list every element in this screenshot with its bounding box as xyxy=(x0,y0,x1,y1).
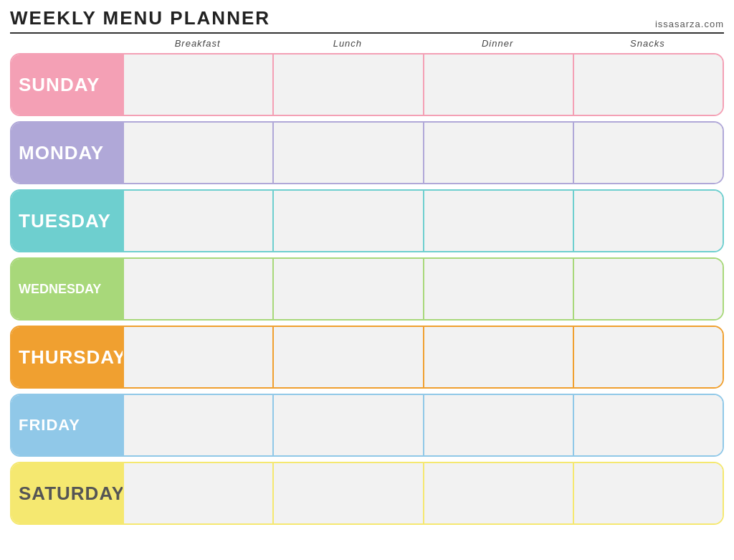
day-row-sunday: Sunday xyxy=(10,53,724,116)
day-label-thursday: Thursday xyxy=(11,327,123,387)
monday-dinner[interactable] xyxy=(423,123,573,183)
day-label-monday: Monday xyxy=(11,123,123,183)
day-label-sunday: Sunday xyxy=(11,54,123,115)
wednesday-snacks[interactable] xyxy=(573,259,723,319)
column-headers: Breakfast Lunch Dinner Snacks xyxy=(10,38,724,49)
page-website: issasarza.com xyxy=(655,19,724,29)
friday-lunch[interactable] xyxy=(272,395,422,455)
sunday-lunch[interactable] xyxy=(272,54,422,115)
sunday-breakfast[interactable] xyxy=(123,54,272,115)
day-row-friday: Friday xyxy=(10,394,724,457)
tuesday-dinner[interactable] xyxy=(423,191,573,251)
page-wrapper: Weekly Menu Planner issasarza.com Breakf… xyxy=(10,7,724,525)
saturday-breakfast[interactable] xyxy=(123,463,272,523)
day-row-monday: Monday xyxy=(10,121,724,184)
monday-lunch[interactable] xyxy=(272,123,422,183)
friday-dinner[interactable] xyxy=(423,395,573,455)
thursday-snacks[interactable] xyxy=(573,327,723,387)
col-header-snacks: Snacks xyxy=(573,38,723,49)
saturday-dinner[interactable] xyxy=(423,463,573,523)
tuesday-snacks[interactable] xyxy=(573,191,723,251)
day-label-friday: Friday xyxy=(11,395,123,455)
sunday-dinner[interactable] xyxy=(423,54,573,115)
day-row-wednesday: Wednesday xyxy=(10,257,724,321)
friday-snacks[interactable] xyxy=(573,395,723,455)
wednesday-breakfast[interactable] xyxy=(123,259,272,319)
thursday-lunch[interactable] xyxy=(272,327,422,387)
wednesday-lunch[interactable] xyxy=(272,259,422,319)
days-container: Sunday Monday Tuesday Wednesday xyxy=(10,53,724,525)
thursday-breakfast[interactable] xyxy=(123,327,272,387)
sunday-snacks[interactable] xyxy=(573,54,723,115)
friday-breakfast[interactable] xyxy=(123,395,272,455)
day-row-thursday: Thursday xyxy=(10,326,724,389)
col-header-lunch: Lunch xyxy=(272,38,422,49)
day-row-saturday: Saturday xyxy=(10,462,724,525)
day-label-wednesday: Wednesday xyxy=(11,259,123,319)
tuesday-lunch[interactable] xyxy=(272,191,422,251)
col-header-breakfast: Breakfast xyxy=(123,38,272,49)
day-label-tuesday: Tuesday xyxy=(11,191,123,251)
col-header-dinner: Dinner xyxy=(423,38,573,49)
thursday-dinner[interactable] xyxy=(423,327,573,387)
saturday-snacks[interactable] xyxy=(573,463,723,523)
wednesday-dinner[interactable] xyxy=(423,259,573,319)
monday-snacks[interactable] xyxy=(573,123,723,183)
tuesday-breakfast[interactable] xyxy=(123,191,272,251)
saturday-lunch[interactable] xyxy=(272,463,422,523)
page-title: Weekly Menu Planner xyxy=(10,7,270,29)
page-header: Weekly Menu Planner issasarza.com xyxy=(10,7,724,34)
col-spacer xyxy=(11,38,123,49)
day-row-tuesday: Tuesday xyxy=(10,189,724,252)
day-label-saturday: Saturday xyxy=(11,463,123,523)
monday-breakfast[interactable] xyxy=(123,123,272,183)
